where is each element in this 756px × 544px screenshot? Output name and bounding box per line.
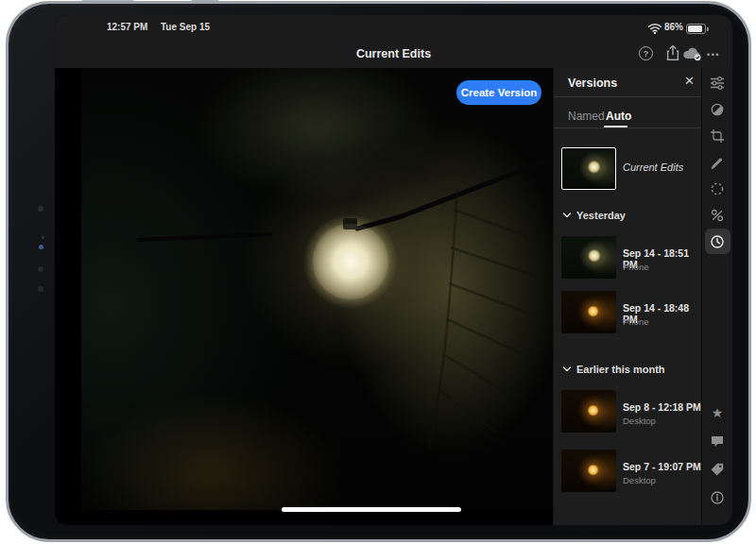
version-title: Sep 8 - 12:18 PM: [623, 401, 701, 413]
chevron-down-icon: [562, 366, 572, 373]
close-icon[interactable]: ✕: [684, 74, 695, 88]
version-source: Desktop: [623, 475, 656, 485]
brush-icon[interactable]: [710, 155, 725, 170]
wifi-icon: [647, 23, 662, 34]
version-thumbnail[interactable]: [561, 450, 616, 492]
tool-rail: ★: [701, 68, 732, 525]
tab-auto[interactable]: Auto: [606, 110, 631, 123]
ipad-device: 12:57 PM Tue Sep 15 86% Current Edits ?: [0, 0, 756, 544]
status-date: Tue Sep 15: [161, 22, 210, 32]
front-camera: [39, 245, 43, 249]
optics-icon[interactable]: [710, 208, 725, 223]
top-bar: 12:57 PM Tue Sep 15 86% Current Edits ?: [55, 15, 732, 68]
chevron-down-icon: [562, 212, 572, 219]
panel-title: Versions: [568, 76, 617, 90]
version-source: Phone: [623, 262, 648, 272]
versions-panel: Versions ✕ Named Auto Current Edits Yest…: [553, 68, 701, 525]
battery-percent: 86%: [664, 22, 683, 32]
version-title: Sep 7 - 19:07 PM: [623, 461, 701, 472]
sensor-dot: [42, 236, 44, 239]
help-icon[interactable]: ?: [639, 46, 653, 60]
page-title: Current Edits: [55, 47, 732, 60]
divider: [554, 128, 702, 128]
crop-icon[interactable]: [710, 128, 725, 144]
version-thumbnail[interactable]: [561, 390, 616, 433]
photo-canvas[interactable]: [81, 68, 553, 510]
status-time: 12:57 PM: [107, 22, 147, 32]
keywords-tag-icon[interactable]: [710, 462, 725, 477]
share-icon[interactable]: [664, 44, 681, 61]
battery-icon: [686, 24, 706, 34]
screen: 12:57 PM Tue Sep 15 86% Current Edits ?: [55, 15, 732, 525]
presets-icon[interactable]: [710, 102, 725, 117]
photo-overlay: [81, 68, 553, 510]
adjust-sliders-icon[interactable]: [710, 76, 725, 91]
current-version-thumbnail[interactable]: [561, 147, 616, 190]
section-header[interactable]: Yesterday: [576, 210, 626, 221]
more-icon[interactable]: •••: [707, 50, 720, 60]
sensor-dot: [38, 206, 43, 212]
current-version-label: Current Edits: [623, 162, 683, 173]
version-source: Desktop: [623, 416, 656, 426]
healing-icon[interactable]: [710, 181, 725, 196]
info-icon[interactable]: [710, 490, 725, 505]
star-rating-icon[interactable]: ★: [710, 405, 725, 420]
versions-history-icon[interactable]: [710, 234, 725, 249]
create-version-button[interactable]: Create Version: [456, 80, 541, 105]
version-thumbnail[interactable]: [561, 236, 616, 279]
version-thumbnail[interactable]: [561, 291, 616, 333]
sensor-dot: [38, 286, 43, 292]
divider: [554, 96, 702, 97]
tab-named[interactable]: Named: [568, 110, 605, 123]
sensor-dot: [38, 266, 43, 272]
section-header[interactable]: Earlier this month: [576, 364, 665, 375]
comments-icon[interactable]: [710, 434, 725, 449]
version-source: Phone: [623, 316, 648, 327]
home-indicator[interactable]: [282, 507, 461, 512]
cloud-sync-icon[interactable]: [682, 46, 704, 61]
